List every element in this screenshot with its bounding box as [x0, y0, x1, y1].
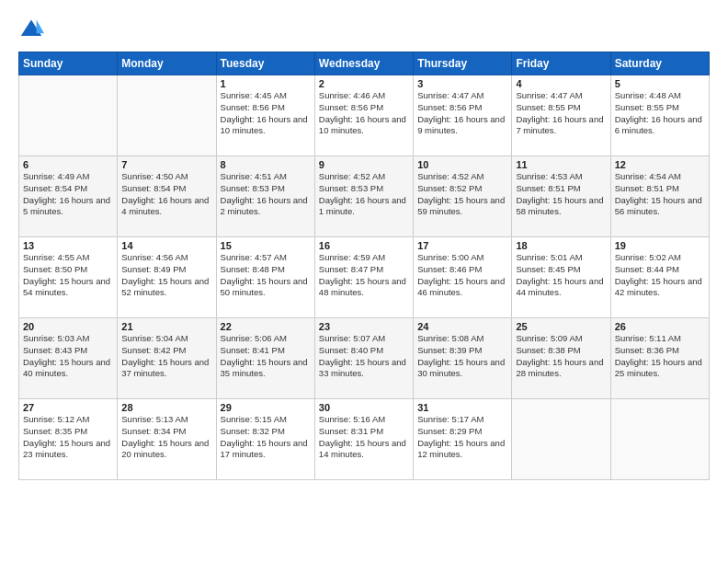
day-number: 1: [221, 78, 311, 89]
calendar-week-3: 13Sunrise: 4:55 AM Sunset: 8:50 PM Dayli…: [19, 237, 710, 318]
day-detail: Sunrise: 4:46 AM Sunset: 8:56 PM Dayligh…: [319, 90, 409, 137]
calendar-cell: 11Sunrise: 4:53 AM Sunset: 8:51 PM Dayli…: [512, 156, 610, 237]
calendar-cell: 9Sunrise: 4:52 AM Sunset: 8:53 PM Daylig…: [314, 156, 413, 237]
day-detail: Sunrise: 4:49 AM Sunset: 8:54 PM Dayligh…: [23, 171, 113, 218]
day-number: 3: [417, 78, 507, 89]
day-number: 27: [23, 402, 113, 413]
calendar-cell: 24Sunrise: 5:08 AM Sunset: 8:39 PM Dayli…: [414, 318, 512, 399]
day-number: 25: [516, 321, 606, 332]
day-detail: Sunrise: 5:01 AM Sunset: 8:45 PM Dayligh…: [516, 252, 606, 299]
calendar-cell: 28Sunrise: 5:13 AM Sunset: 8:34 PM Dayli…: [118, 399, 216, 480]
day-detail: Sunrise: 5:17 AM Sunset: 8:29 PM Dayligh…: [417, 414, 507, 461]
weekday-header-tuesday: Tuesday: [216, 52, 314, 75]
calendar-cell: 6Sunrise: 4:49 AM Sunset: 8:54 PM Daylig…: [19, 156, 118, 237]
day-number: 9: [319, 159, 409, 170]
calendar-cell: 31Sunrise: 5:17 AM Sunset: 8:29 PM Dayli…: [414, 399, 512, 480]
day-number: 14: [121, 240, 211, 251]
day-detail: Sunrise: 5:09 AM Sunset: 8:38 PM Dayligh…: [516, 333, 606, 380]
day-number: 26: [615, 321, 705, 332]
day-detail: Sunrise: 4:59 AM Sunset: 8:47 PM Dayligh…: [319, 252, 409, 299]
day-number: 16: [319, 240, 409, 251]
calendar-cell: 10Sunrise: 4:52 AM Sunset: 8:52 PM Dayli…: [414, 156, 512, 237]
day-detail: Sunrise: 4:47 AM Sunset: 8:55 PM Dayligh…: [516, 90, 606, 137]
calendar-cell: [118, 75, 216, 156]
day-number: 20: [23, 321, 113, 332]
weekday-header-thursday: Thursday: [414, 52, 512, 75]
day-detail: Sunrise: 5:00 AM Sunset: 8:46 PM Dayligh…: [417, 252, 507, 299]
day-number: 28: [121, 402, 211, 413]
calendar-cell: [512, 399, 610, 480]
day-detail: Sunrise: 5:03 AM Sunset: 8:43 PM Dayligh…: [23, 333, 113, 380]
calendar-cell: 5Sunrise: 4:48 AM Sunset: 8:55 PM Daylig…: [610, 75, 709, 156]
calendar-cell: 19Sunrise: 5:02 AM Sunset: 8:44 PM Dayli…: [610, 237, 709, 318]
day-number: 30: [319, 402, 409, 413]
day-detail: Sunrise: 4:52 AM Sunset: 8:52 PM Dayligh…: [417, 171, 507, 218]
day-number: 6: [23, 159, 113, 170]
day-number: 7: [121, 159, 211, 170]
day-detail: Sunrise: 4:45 AM Sunset: 8:56 PM Dayligh…: [221, 90, 311, 137]
weekday-header-saturday: Saturday: [610, 52, 709, 75]
day-number: 19: [615, 240, 705, 251]
day-number: 11: [516, 159, 606, 170]
logo: [18, 17, 48, 42]
day-detail: Sunrise: 4:54 AM Sunset: 8:51 PM Dayligh…: [615, 171, 705, 218]
calendar-week-5: 27Sunrise: 5:12 AM Sunset: 8:35 PM Dayli…: [19, 399, 710, 480]
page-header: [18, 17, 710, 42]
day-detail: Sunrise: 4:51 AM Sunset: 8:53 PM Dayligh…: [221, 171, 311, 218]
calendar-cell: 14Sunrise: 4:56 AM Sunset: 8:49 PM Dayli…: [118, 237, 216, 318]
calendar-cell: 17Sunrise: 5:00 AM Sunset: 8:46 PM Dayli…: [414, 237, 512, 318]
calendar-cell: [19, 75, 118, 156]
calendar-cell: 3Sunrise: 4:47 AM Sunset: 8:56 PM Daylig…: [414, 75, 512, 156]
day-number: 13: [23, 240, 113, 251]
day-number: 21: [121, 321, 211, 332]
weekday-header-row: SundayMondayTuesdayWednesdayThursdayFrid…: [19, 52, 710, 75]
day-detail: Sunrise: 5:06 AM Sunset: 8:41 PM Dayligh…: [221, 333, 311, 380]
weekday-header-monday: Monday: [118, 52, 216, 75]
day-detail: Sunrise: 4:55 AM Sunset: 8:50 PM Dayligh…: [23, 252, 113, 299]
calendar-cell: 13Sunrise: 4:55 AM Sunset: 8:50 PM Dayli…: [19, 237, 118, 318]
calendar-cell: 23Sunrise: 5:07 AM Sunset: 8:40 PM Dayli…: [314, 318, 413, 399]
day-detail: Sunrise: 4:53 AM Sunset: 8:51 PM Dayligh…: [516, 171, 606, 218]
weekday-header-wednesday: Wednesday: [314, 52, 413, 75]
day-detail: Sunrise: 5:04 AM Sunset: 8:42 PM Dayligh…: [121, 333, 211, 380]
calendar-cell: 21Sunrise: 5:04 AM Sunset: 8:42 PM Dayli…: [118, 318, 216, 399]
day-detail: Sunrise: 4:57 AM Sunset: 8:48 PM Dayligh…: [221, 252, 311, 299]
day-detail: Sunrise: 4:47 AM Sunset: 8:56 PM Dayligh…: [417, 90, 507, 137]
day-detail: Sunrise: 4:56 AM Sunset: 8:49 PM Dayligh…: [121, 252, 211, 299]
weekday-header-sunday: Sunday: [19, 52, 118, 75]
calendar-cell: 29Sunrise: 5:15 AM Sunset: 8:32 PM Dayli…: [216, 399, 314, 480]
day-detail: Sunrise: 5:16 AM Sunset: 8:31 PM Dayligh…: [319, 414, 409, 461]
calendar-week-1: 1Sunrise: 4:45 AM Sunset: 8:56 PM Daylig…: [19, 75, 710, 156]
day-number: 15: [221, 240, 311, 251]
calendar-cell: 26Sunrise: 5:11 AM Sunset: 8:36 PM Dayli…: [610, 318, 709, 399]
calendar-cell: 16Sunrise: 4:59 AM Sunset: 8:47 PM Dayli…: [314, 237, 413, 318]
logo-icon: [18, 17, 44, 42]
day-number: 24: [417, 321, 507, 332]
calendar-cell: [610, 399, 709, 480]
calendar-cell: 12Sunrise: 4:54 AM Sunset: 8:51 PM Dayli…: [610, 156, 709, 237]
day-number: 23: [319, 321, 409, 332]
day-number: 12: [615, 159, 705, 170]
day-detail: Sunrise: 5:11 AM Sunset: 8:36 PM Dayligh…: [615, 333, 705, 380]
day-number: 29: [221, 402, 311, 413]
calendar-cell: 30Sunrise: 5:16 AM Sunset: 8:31 PM Dayli…: [314, 399, 413, 480]
day-detail: Sunrise: 4:48 AM Sunset: 8:55 PM Dayligh…: [615, 90, 705, 137]
calendar-cell: 15Sunrise: 4:57 AM Sunset: 8:48 PM Dayli…: [216, 237, 314, 318]
day-number: 31: [417, 402, 507, 413]
calendar-cell: 7Sunrise: 4:50 AM Sunset: 8:54 PM Daylig…: [118, 156, 216, 237]
calendar-cell: 8Sunrise: 4:51 AM Sunset: 8:53 PM Daylig…: [216, 156, 314, 237]
calendar-week-4: 20Sunrise: 5:03 AM Sunset: 8:43 PM Dayli…: [19, 318, 710, 399]
day-number: 18: [516, 240, 606, 251]
day-number: 17: [417, 240, 507, 251]
day-detail: Sunrise: 5:12 AM Sunset: 8:35 PM Dayligh…: [23, 414, 113, 461]
day-detail: Sunrise: 5:08 AM Sunset: 8:39 PM Dayligh…: [417, 333, 507, 380]
day-detail: Sunrise: 4:52 AM Sunset: 8:53 PM Dayligh…: [319, 171, 409, 218]
day-number: 5: [615, 78, 705, 89]
calendar-cell: 27Sunrise: 5:12 AM Sunset: 8:35 PM Dayli…: [19, 399, 118, 480]
day-number: 22: [221, 321, 311, 332]
calendar-cell: 22Sunrise: 5:06 AM Sunset: 8:41 PM Dayli…: [216, 318, 314, 399]
weekday-header-friday: Friday: [512, 52, 610, 75]
calendar-cell: 20Sunrise: 5:03 AM Sunset: 8:43 PM Dayli…: [19, 318, 118, 399]
day-detail: Sunrise: 5:02 AM Sunset: 8:44 PM Dayligh…: [615, 252, 705, 299]
day-number: 10: [417, 159, 507, 170]
